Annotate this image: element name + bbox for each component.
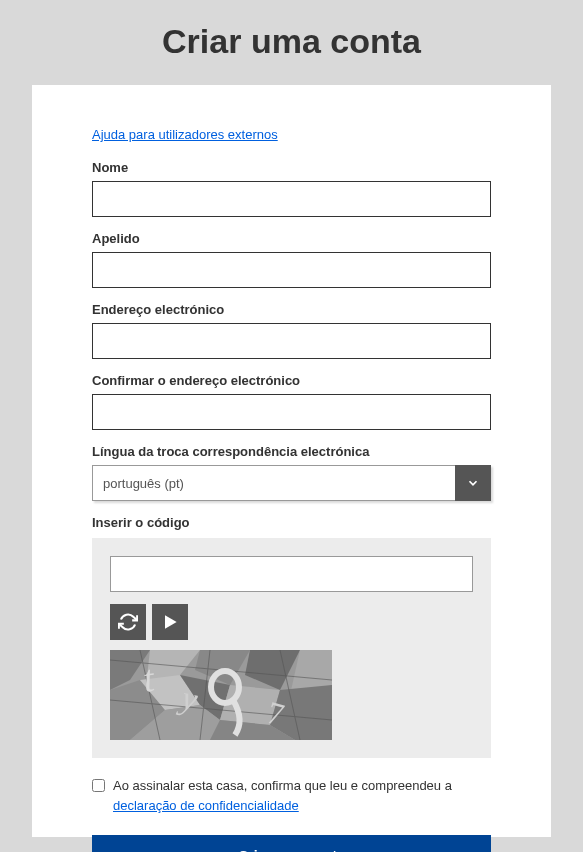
- label-email-confirm: Confirmar o endereço electrónico: [92, 373, 491, 388]
- refresh-icon[interactable]: [110, 604, 146, 640]
- input-codigo[interactable]: [110, 556, 473, 592]
- label-nome: Nome: [92, 160, 491, 175]
- select-lingua[interactable]: português (pt): [92, 465, 491, 501]
- help-link[interactable]: Ajuda para utilizadores externos: [92, 127, 278, 142]
- input-apelido[interactable]: [92, 252, 491, 288]
- svg-marker-0: [165, 615, 177, 628]
- select-lingua-value: português (pt): [92, 465, 455, 501]
- input-nome[interactable]: [92, 181, 491, 217]
- field-email-confirm: Confirmar o endereço electrónico: [92, 373, 491, 430]
- consent-row: Ao assinalar esta casa, confirma que leu…: [92, 776, 491, 815]
- submit-button[interactable]: Criar uma conta: [92, 835, 491, 852]
- field-lingua: Língua da troca correspondência electrón…: [92, 444, 491, 501]
- consent-prefix: Ao assinalar esta casa, confirma que leu…: [113, 778, 452, 793]
- page-title: Criar uma conta: [0, 0, 583, 85]
- field-codigo: Inserir o código: [92, 515, 491, 758]
- privacy-link[interactable]: declaração de confidencialidade: [113, 798, 299, 813]
- captcha-image: t y 7: [110, 650, 332, 740]
- label-codigo: Inserir o código: [92, 515, 491, 530]
- label-email: Endereço electrónico: [92, 302, 491, 317]
- field-apelido: Apelido: [92, 231, 491, 288]
- captcha-section: t y 7: [92, 538, 491, 758]
- input-email-confirm[interactable]: [92, 394, 491, 430]
- field-email: Endereço electrónico: [92, 302, 491, 359]
- signup-card: Ajuda para utilizadores externos Nome Ap…: [32, 85, 551, 837]
- label-apelido: Apelido: [92, 231, 491, 246]
- field-nome: Nome: [92, 160, 491, 217]
- consent-checkbox[interactable]: [92, 779, 105, 792]
- input-email[interactable]: [92, 323, 491, 359]
- consent-text: Ao assinalar esta casa, confirma que leu…: [113, 776, 491, 815]
- play-icon[interactable]: [152, 604, 188, 640]
- label-lingua: Língua da troca correspondência electrón…: [92, 444, 491, 459]
- chevron-down-icon[interactable]: [455, 465, 491, 501]
